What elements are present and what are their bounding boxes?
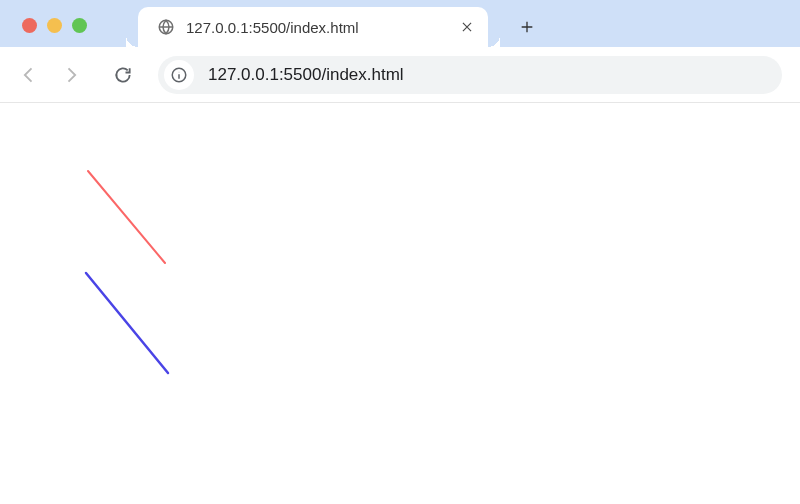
window-close-button[interactable]	[22, 18, 37, 33]
toolbar: 127.0.0.1:5500/index.html	[0, 47, 800, 103]
window-minimize-button[interactable]	[47, 18, 62, 33]
window-controls	[22, 18, 87, 33]
address-bar[interactable]: 127.0.0.1:5500/index.html	[158, 56, 782, 94]
new-tab-button[interactable]	[512, 12, 542, 42]
tab-title: 127.0.0.1:5500/index.html	[186, 19, 458, 36]
back-button[interactable]	[10, 56, 48, 94]
red-line	[88, 171, 165, 263]
globe-icon	[156, 17, 176, 37]
tab-strip: 127.0.0.1:5500/index.html	[0, 0, 800, 47]
browser-tab[interactable]: 127.0.0.1:5500/index.html	[138, 7, 488, 47]
forward-button[interactable]	[52, 56, 90, 94]
content-canvas	[0, 103, 800, 504]
window-zoom-button[interactable]	[72, 18, 87, 33]
site-info-button[interactable]	[164, 60, 194, 90]
reload-button[interactable]	[104, 56, 142, 94]
page-content	[0, 103, 800, 504]
blue-line	[86, 273, 168, 373]
tab-close-button[interactable]	[458, 18, 476, 36]
svg-point-2	[179, 71, 180, 72]
url-text: 127.0.0.1:5500/index.html	[208, 65, 778, 85]
